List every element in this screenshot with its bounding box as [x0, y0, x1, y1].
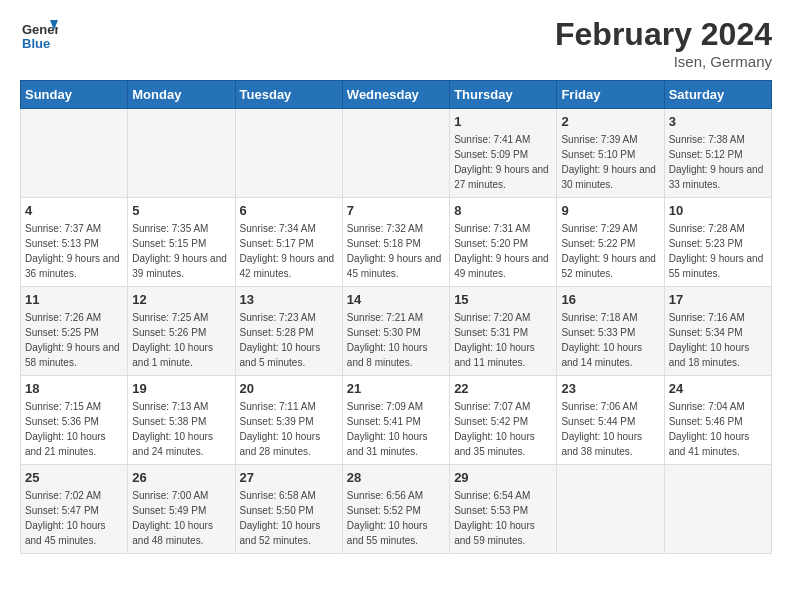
day-info: Sunrise: 7:11 AM Sunset: 5:39 PM Dayligh…: [240, 399, 338, 459]
calendar-cell: 2Sunrise: 7:39 AM Sunset: 5:10 PM Daylig…: [557, 109, 664, 198]
day-number: 11: [25, 292, 123, 307]
calendar-cell: [342, 109, 449, 198]
calendar-cell: 5Sunrise: 7:35 AM Sunset: 5:15 PM Daylig…: [128, 198, 235, 287]
day-info: Sunrise: 7:35 AM Sunset: 5:15 PM Dayligh…: [132, 221, 230, 281]
day-info: Sunrise: 7:15 AM Sunset: 5:36 PM Dayligh…: [25, 399, 123, 459]
calendar-cell: 11Sunrise: 7:26 AM Sunset: 5:25 PM Dayli…: [21, 287, 128, 376]
calendar-cell: 3Sunrise: 7:38 AM Sunset: 5:12 PM Daylig…: [664, 109, 771, 198]
day-info: Sunrise: 7:26 AM Sunset: 5:25 PM Dayligh…: [25, 310, 123, 370]
day-info: Sunrise: 6:54 AM Sunset: 5:53 PM Dayligh…: [454, 488, 552, 548]
main-title: February 2024: [555, 16, 772, 53]
day-info: Sunrise: 7:18 AM Sunset: 5:33 PM Dayligh…: [561, 310, 659, 370]
day-info: Sunrise: 7:29 AM Sunset: 5:22 PM Dayligh…: [561, 221, 659, 281]
day-info: Sunrise: 7:04 AM Sunset: 5:46 PM Dayligh…: [669, 399, 767, 459]
logo: General Blue: [20, 16, 58, 58]
day-number: 29: [454, 470, 552, 485]
header-day-friday: Friday: [557, 81, 664, 109]
calendar-cell: 22Sunrise: 7:07 AM Sunset: 5:42 PM Dayli…: [450, 376, 557, 465]
day-info: Sunrise: 7:07 AM Sunset: 5:42 PM Dayligh…: [454, 399, 552, 459]
day-number: 26: [132, 470, 230, 485]
day-number: 4: [25, 203, 123, 218]
calendar-cell: 12Sunrise: 7:25 AM Sunset: 5:26 PM Dayli…: [128, 287, 235, 376]
header-day-saturday: Saturday: [664, 81, 771, 109]
calendar-cell: 25Sunrise: 7:02 AM Sunset: 5:47 PM Dayli…: [21, 465, 128, 554]
day-info: Sunrise: 7:09 AM Sunset: 5:41 PM Dayligh…: [347, 399, 445, 459]
day-info: Sunrise: 7:28 AM Sunset: 5:23 PM Dayligh…: [669, 221, 767, 281]
day-number: 25: [25, 470, 123, 485]
day-info: Sunrise: 7:34 AM Sunset: 5:17 PM Dayligh…: [240, 221, 338, 281]
calendar-cell: 9Sunrise: 7:29 AM Sunset: 5:22 PM Daylig…: [557, 198, 664, 287]
day-info: Sunrise: 6:56 AM Sunset: 5:52 PM Dayligh…: [347, 488, 445, 548]
day-number: 19: [132, 381, 230, 396]
day-info: Sunrise: 7:31 AM Sunset: 5:20 PM Dayligh…: [454, 221, 552, 281]
day-number: 17: [669, 292, 767, 307]
day-info: Sunrise: 7:38 AM Sunset: 5:12 PM Dayligh…: [669, 132, 767, 192]
day-info: Sunrise: 7:23 AM Sunset: 5:28 PM Dayligh…: [240, 310, 338, 370]
header-day-wednesday: Wednesday: [342, 81, 449, 109]
svg-text:Blue: Blue: [22, 36, 50, 51]
calendar-cell: 28Sunrise: 6:56 AM Sunset: 5:52 PM Dayli…: [342, 465, 449, 554]
day-info: Sunrise: 6:58 AM Sunset: 5:50 PM Dayligh…: [240, 488, 338, 548]
day-number: 6: [240, 203, 338, 218]
header-row: SundayMondayTuesdayWednesdayThursdayFrid…: [21, 81, 772, 109]
calendar-cell: [128, 109, 235, 198]
day-number: 24: [669, 381, 767, 396]
day-number: 27: [240, 470, 338, 485]
calendar-cell: 19Sunrise: 7:13 AM Sunset: 5:38 PM Dayli…: [128, 376, 235, 465]
logo-icon: General Blue: [20, 16, 58, 54]
location-subtitle: Isen, Germany: [555, 53, 772, 70]
day-info: Sunrise: 7:39 AM Sunset: 5:10 PM Dayligh…: [561, 132, 659, 192]
calendar-cell: 10Sunrise: 7:28 AM Sunset: 5:23 PM Dayli…: [664, 198, 771, 287]
header-day-tuesday: Tuesday: [235, 81, 342, 109]
day-number: 23: [561, 381, 659, 396]
day-number: 21: [347, 381, 445, 396]
day-number: 12: [132, 292, 230, 307]
calendar-cell: 13Sunrise: 7:23 AM Sunset: 5:28 PM Dayli…: [235, 287, 342, 376]
calendar-cell: 4Sunrise: 7:37 AM Sunset: 5:13 PM Daylig…: [21, 198, 128, 287]
calendar-cell: 18Sunrise: 7:15 AM Sunset: 5:36 PM Dayli…: [21, 376, 128, 465]
calendar-cell: 7Sunrise: 7:32 AM Sunset: 5:18 PM Daylig…: [342, 198, 449, 287]
day-number: 7: [347, 203, 445, 218]
title-area: February 2024 Isen, Germany: [555, 16, 772, 70]
calendar-cell: 27Sunrise: 6:58 AM Sunset: 5:50 PM Dayli…: [235, 465, 342, 554]
day-number: 8: [454, 203, 552, 218]
day-info: Sunrise: 7:37 AM Sunset: 5:13 PM Dayligh…: [25, 221, 123, 281]
day-info: Sunrise: 7:20 AM Sunset: 5:31 PM Dayligh…: [454, 310, 552, 370]
day-number: 14: [347, 292, 445, 307]
day-number: 9: [561, 203, 659, 218]
week-row-3: 11Sunrise: 7:26 AM Sunset: 5:25 PM Dayli…: [21, 287, 772, 376]
day-info: Sunrise: 7:16 AM Sunset: 5:34 PM Dayligh…: [669, 310, 767, 370]
day-number: 15: [454, 292, 552, 307]
calendar-cell: [557, 465, 664, 554]
week-row-1: 1Sunrise: 7:41 AM Sunset: 5:09 PM Daylig…: [21, 109, 772, 198]
day-number: 28: [347, 470, 445, 485]
calendar-cell: 1Sunrise: 7:41 AM Sunset: 5:09 PM Daylig…: [450, 109, 557, 198]
day-number: 20: [240, 381, 338, 396]
day-number: 1: [454, 114, 552, 129]
day-number: 2: [561, 114, 659, 129]
calendar-cell: 20Sunrise: 7:11 AM Sunset: 5:39 PM Dayli…: [235, 376, 342, 465]
calendar-cell: 29Sunrise: 6:54 AM Sunset: 5:53 PM Dayli…: [450, 465, 557, 554]
header: General Blue February 2024 Isen, Germany: [20, 16, 772, 70]
day-info: Sunrise: 7:02 AM Sunset: 5:47 PM Dayligh…: [25, 488, 123, 548]
calendar-cell: 24Sunrise: 7:04 AM Sunset: 5:46 PM Dayli…: [664, 376, 771, 465]
day-info: Sunrise: 7:06 AM Sunset: 5:44 PM Dayligh…: [561, 399, 659, 459]
header-day-thursday: Thursday: [450, 81, 557, 109]
day-number: 5: [132, 203, 230, 218]
week-row-4: 18Sunrise: 7:15 AM Sunset: 5:36 PM Dayli…: [21, 376, 772, 465]
calendar-cell: 16Sunrise: 7:18 AM Sunset: 5:33 PM Dayli…: [557, 287, 664, 376]
day-info: Sunrise: 7:21 AM Sunset: 5:30 PM Dayligh…: [347, 310, 445, 370]
week-row-2: 4Sunrise: 7:37 AM Sunset: 5:13 PM Daylig…: [21, 198, 772, 287]
day-info: Sunrise: 7:00 AM Sunset: 5:49 PM Dayligh…: [132, 488, 230, 548]
day-info: Sunrise: 7:32 AM Sunset: 5:18 PM Dayligh…: [347, 221, 445, 281]
day-number: 13: [240, 292, 338, 307]
calendar-cell: [21, 109, 128, 198]
day-number: 3: [669, 114, 767, 129]
calendar-cell: 23Sunrise: 7:06 AM Sunset: 5:44 PM Dayli…: [557, 376, 664, 465]
header-day-monday: Monday: [128, 81, 235, 109]
day-number: 10: [669, 203, 767, 218]
header-day-sunday: Sunday: [21, 81, 128, 109]
day-number: 18: [25, 381, 123, 396]
calendar-cell: 26Sunrise: 7:00 AM Sunset: 5:49 PM Dayli…: [128, 465, 235, 554]
calendar-cell: 17Sunrise: 7:16 AM Sunset: 5:34 PM Dayli…: [664, 287, 771, 376]
